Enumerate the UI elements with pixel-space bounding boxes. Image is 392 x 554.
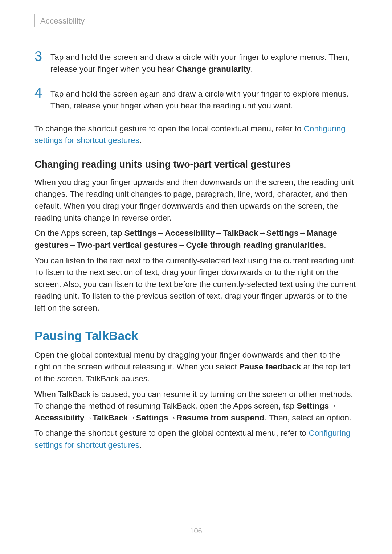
bold-text: Settings bbox=[136, 413, 168, 422]
paragraph: To change the shortcut gesture to open t… bbox=[34, 123, 358, 147]
text: . bbox=[324, 241, 326, 250]
paragraph: Open the global contextual menu by dragg… bbox=[34, 349, 358, 385]
text: On the Apps screen, tap bbox=[34, 229, 124, 238]
arrow-icon: → bbox=[85, 412, 93, 424]
text: . bbox=[139, 136, 142, 145]
arrow-icon: → bbox=[69, 239, 77, 251]
text: To change the shortcut gesture to open t… bbox=[34, 124, 304, 133]
text: . bbox=[251, 65, 253, 74]
step-number: 3 bbox=[34, 49, 50, 63]
bold-text: Cycle through reading granularities bbox=[186, 241, 324, 250]
paragraph: You can listen to the text next to the c… bbox=[34, 255, 358, 314]
bold-text: Settings bbox=[124, 229, 157, 238]
bold-text: Two-part vertical gestures bbox=[77, 241, 177, 250]
paragraph-navigation-path: On the Apps screen, tap Settings → Acces… bbox=[34, 227, 358, 251]
bold-text: Accessibility bbox=[165, 229, 215, 238]
bold-text: Settings bbox=[266, 229, 299, 238]
step-text: Tap and hold the screen again and draw a… bbox=[50, 86, 358, 112]
arrow-icon: → bbox=[178, 239, 186, 251]
text: . Then, select an option. bbox=[265, 413, 352, 422]
arrow-icon: → bbox=[298, 227, 307, 239]
arrow-icon: → bbox=[128, 412, 136, 424]
paragraph-navigation-path: When TalkBack is paused, you can resume … bbox=[34, 389, 358, 424]
header-section-label: Accessibility bbox=[40, 16, 85, 26]
bold-text: Accessibility bbox=[34, 413, 85, 422]
arrow-icon: → bbox=[156, 227, 165, 239]
paragraph: When you drag your finger upwards and th… bbox=[34, 177, 358, 224]
bold-text: Settings bbox=[297, 401, 329, 410]
bold-text: Resume from suspend bbox=[176, 413, 265, 422]
step-4: 4 Tap and hold the screen again and draw… bbox=[34, 86, 358, 112]
bold-text: Pause feedback bbox=[239, 362, 301, 371]
subheading-changing-reading-units: Changing reading units using two-part ve… bbox=[34, 159, 358, 170]
bold-text: TalkBack bbox=[93, 413, 128, 422]
arrow-icon: → bbox=[168, 412, 177, 424]
arrow-icon: → bbox=[215, 227, 223, 239]
section-heading-pausing-talkback: Pausing TalkBack bbox=[34, 329, 358, 343]
text: . bbox=[139, 440, 142, 450]
bold-text: TalkBack bbox=[223, 229, 258, 238]
step-3: 3 Tap and hold the screen and draw a cir… bbox=[34, 49, 358, 75]
bold-text: Change granularity bbox=[176, 65, 250, 74]
paragraph: To change the shortcut gesture to open t… bbox=[34, 427, 358, 451]
arrow-icon: → bbox=[258, 227, 266, 239]
arrow-icon: → bbox=[329, 400, 337, 412]
step-number: 4 bbox=[34, 86, 50, 100]
text: Tap and hold the screen again and draw a… bbox=[50, 89, 349, 110]
page-header: Accessibility bbox=[34, 15, 358, 27]
page-number: 106 bbox=[0, 527, 392, 535]
step-text: Tap and hold the screen and draw a circl… bbox=[50, 49, 358, 75]
header-divider bbox=[34, 14, 35, 27]
text: To change the shortcut gesture to open t… bbox=[34, 428, 309, 438]
page: Accessibility 3 Tap and hold the screen … bbox=[0, 0, 392, 554]
